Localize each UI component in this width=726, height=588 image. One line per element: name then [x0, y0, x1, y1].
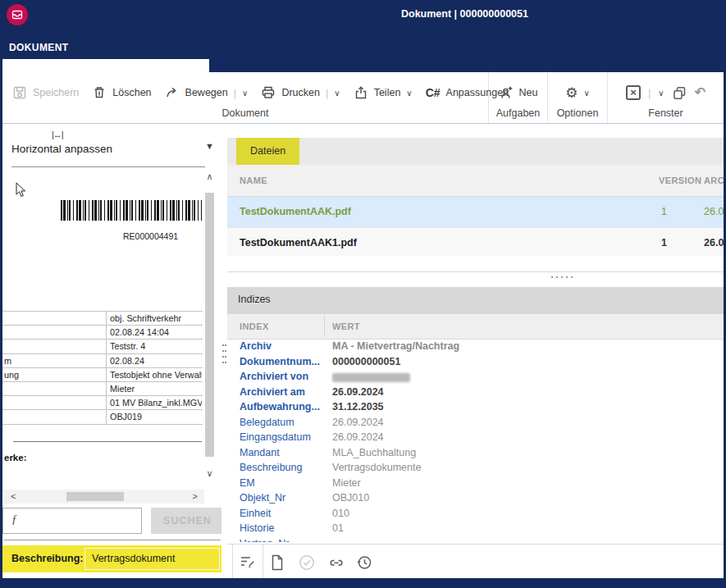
divider	[13, 441, 202, 442]
new-document-button[interactable]	[267, 552, 288, 573]
history-clock-icon	[355, 554, 373, 572]
description-field[interactable]: Vertragsdokument	[84, 548, 220, 570]
files-table-header: NAME VERSION ARC	[227, 165, 724, 197]
splitter-handle-dots[interactable]	[222, 344, 224, 346]
horizontal-scrollbar[interactable]: < >	[4, 490, 204, 504]
table-row: m02.08.24	[2, 354, 203, 368]
separator-pipe: |	[648, 87, 651, 99]
ribbon-group-aufgaben: Neu Aufgaben	[489, 72, 548, 123]
chevron-down-icon[interactable]: ∨	[658, 89, 664, 98]
move-button[interactable]: Bewegen | ∨	[165, 85, 249, 100]
delete-button[interactable]: Löschen	[92, 85, 151, 100]
group-label-aufgaben: Aufgaben	[489, 107, 547, 119]
preview-note-text: erke:	[4, 453, 27, 463]
table-row: OBJ019	[2, 410, 203, 424]
zoom-mode-dropdown-icon[interactable]: ▼	[205, 141, 214, 151]
column-header-index[interactable]: INDEX	[240, 321, 269, 331]
table-row: Teststr. 4	[2, 340, 203, 353]
index-row[interactable]: Objekt_NrOBJ010	[227, 491, 724, 507]
share-icon	[354, 85, 368, 100]
index-row[interactable]: Einheit010	[227, 507, 724, 522]
divider	[11, 166, 205, 167]
column-header-version[interactable]: VERSION	[659, 175, 701, 185]
scrollbar-thumb[interactable]	[66, 492, 124, 501]
trash-icon	[92, 85, 107, 100]
column-header-name[interactable]: NAME	[240, 175, 267, 185]
tab-dateien[interactable]: Dateien	[236, 138, 299, 165]
search-input[interactable]: ƒ	[2, 508, 142, 534]
search-button[interactable]: SUCHEN	[151, 508, 221, 534]
move-arrow-icon	[165, 85, 180, 100]
print-button[interactable]: Drucken | ∨	[261, 85, 340, 100]
pane-splitter[interactable]	[221, 124, 227, 578]
chevron-down-icon[interactable]: ∨	[406, 89, 412, 98]
index-row[interactable]: MandantMLA_Buchhaltung	[227, 446, 724, 462]
active-tab-strip	[2, 59, 209, 72]
index-row[interactable]: Aufbewahrung...31.12.2035	[227, 400, 724, 416]
table-row: 01 MV Bilanz_inkl.MGV+Geldf	[2, 396, 203, 410]
separator-pipe: |	[234, 87, 236, 99]
edit-list-icon	[239, 553, 257, 571]
close-window-button[interactable]: ×	[626, 85, 641, 100]
edit-indexes-button[interactable]	[232, 544, 263, 578]
undo-icon[interactable]: ↶	[695, 86, 705, 99]
vertical-scrollbar[interactable]: ∧ ∨	[202, 170, 217, 483]
file-row-selected[interactable]: TestDokumentAAK.pdf 1 26.0	[227, 197, 724, 227]
index-row[interactable]: BeschreibungVertragsdokumente	[227, 461, 724, 476]
index-row[interactable]: Dokumentnum...000000000051	[227, 355, 724, 371]
check-circle-icon	[298, 554, 316, 572]
scroll-down-icon[interactable]: ∨	[202, 468, 217, 479]
options-button[interactable]: ⚙ ∨	[565, 86, 590, 100]
column-header-wert[interactable]: WERT	[332, 321, 360, 331]
printer-icon	[261, 85, 276, 100]
scroll-up-icon[interactable]: ∧	[202, 171, 217, 182]
drawer-icon	[11, 9, 23, 21]
indexes-rows: ArchivMA - Mietvertrag/Nachtrag Dokument…	[227, 340, 724, 542]
indexes-column-header: INDEX WERT	[227, 314, 724, 340]
history-button[interactable]	[354, 552, 375, 573]
description-label: Beschreibung:	[11, 553, 84, 564]
index-row[interactable]: Archiviert am26.09.2024	[227, 385, 724, 401]
index-row[interactable]: Archiviert von	[227, 370, 724, 385]
index-row[interactable]: Belegdatum26.09.2024	[227, 416, 724, 431]
ribbon-tab-dokument[interactable]: DOKUMENT	[9, 42, 69, 53]
group-label-dokument: Dokument	[2, 107, 488, 119]
table-row: obj. Schriftverkehr	[2, 312, 203, 326]
ribbon-toolbar: Speichern Löschen	[2, 72, 724, 124]
index-row[interactable]: Eingangsdatum26.09.2024	[227, 431, 724, 446]
divider	[4, 540, 221, 540]
chevron-down-icon[interactable]: ∨	[242, 89, 248, 98]
link-icon	[327, 554, 345, 572]
group-label-optionen: Optionen	[548, 107, 607, 119]
panel-splitter-handle-dots[interactable]	[551, 276, 553, 278]
zoom-mode-label[interactable]: Horizontal anpassen	[11, 143, 112, 155]
barcode-text: RE000004491	[123, 231, 178, 241]
separator-pipe: |	[326, 87, 328, 99]
scroll-right-icon[interactable]: >	[193, 491, 198, 501]
column-header-archived[interactable]: ARC	[704, 175, 724, 185]
link-button[interactable]	[326, 552, 347, 573]
gear-icon: ⚙	[565, 86, 578, 100]
divider	[227, 271, 724, 272]
chevron-down-icon[interactable]: ∨	[334, 89, 340, 98]
windows-copy-icon[interactable]	[672, 85, 687, 101]
new-task-button[interactable]: Neu	[499, 85, 538, 100]
description-row: Beschreibung: Vertragsdokument	[2, 545, 221, 572]
share-button[interactable]: Teilen ∨	[354, 85, 413, 100]
files-tab-bar: Dateien	[227, 138, 724, 165]
check-circle-button[interactable]	[296, 552, 317, 573]
index-row[interactable]: Historie01	[227, 522, 724, 537]
chevron-down-icon: ∨	[583, 89, 589, 98]
index-row[interactable]: Vertrag_Nr	[227, 537, 724, 543]
window-border	[0, 0, 2, 588]
app-archive-icon[interactable]	[7, 4, 28, 25]
scroll-left-icon[interactable]: <	[11, 491, 16, 501]
ribbon-group-dokument: Speichern Löschen	[2, 72, 489, 123]
file-row[interactable]: TestDokumentAAK1.pdf 1 26.0	[227, 227, 724, 256]
scrollbar-thumb[interactable]	[205, 193, 214, 457]
index-row[interactable]: ArchivMA - Mietvertrag/Nachtrag	[227, 340, 724, 355]
add-person-icon	[499, 85, 514, 100]
save-button[interactable]: Speichern	[12, 85, 79, 100]
window-title: Dokument | 000000000051	[401, 8, 528, 20]
index-row[interactable]: EMMieter	[227, 476, 724, 492]
